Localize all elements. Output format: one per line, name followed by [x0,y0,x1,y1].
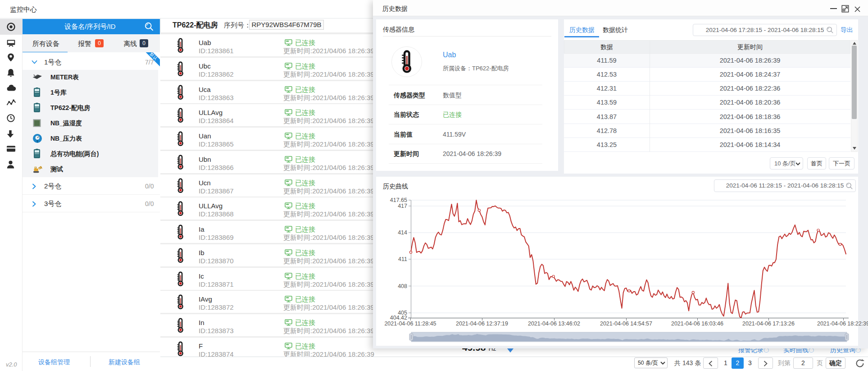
svg-text:2021-04-06 16:03:46: 2021-04-06 16:03:46 [671,321,723,327]
svg-text:2021-04-06 13:46:02: 2021-04-06 13:46:02 [528,321,580,327]
svg-text:2021-04-06 14:54:57: 2021-04-06 14:54:57 [600,321,652,327]
svg-text:2021-04-06 11:28:45: 2021-04-06 11:28:45 [384,321,436,327]
svg-text:2021-04-06 12:37:19: 2021-04-06 12:37:19 [456,321,508,327]
svg-text:2021-04-06 17:13:26: 2021-04-06 17:13:26 [742,321,795,327]
svg-text:408: 408 [398,283,407,289]
svg-text:411: 411 [398,256,407,262]
svg-text:414: 414 [398,229,407,236]
svg-text:417.65: 417.65 [390,197,407,203]
svg-text:2021-04-06 18:22:39: 2021-04-06 18:22:39 [817,321,868,327]
svg-text:417: 417 [398,203,407,209]
svg-text:404.42: 404.42 [390,315,407,321]
